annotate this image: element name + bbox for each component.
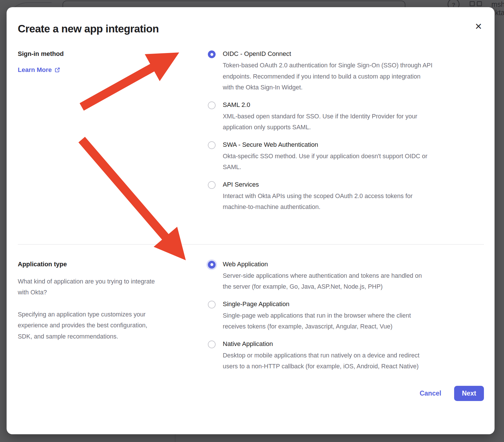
radio-option-description: Desktop or mobile applications that run … — [223, 350, 419, 372]
application-type-intro: What kind of application are you trying … — [18, 276, 178, 298]
radio-option-label: API Services — [223, 180, 413, 189]
section-divider — [18, 244, 484, 245]
external-link-icon — [54, 67, 60, 73]
learn-more-link[interactable]: Learn More — [18, 66, 60, 74]
radio-option-description: Interact with Okta APIs using the scoped… — [223, 191, 413, 213]
dialog-footer: Cancel Next — [18, 386, 484, 401]
radio-option-api-services[interactable]: API Services Interact with Okta APIs usi… — [208, 180, 484, 213]
signin-method-section: Sign-in method Learn More OIDC - OpenID … — [18, 50, 484, 213]
background-divider — [175, 434, 175, 442]
radio-option-swa[interactable]: SWA - Secure Web Authentication Okta-spe… — [208, 140, 484, 173]
radio-option-single-page-application[interactable]: Single-Page Application Single-page web … — [208, 300, 484, 332]
radio-option-label: SWA - Secure Web Authentication — [223, 140, 427, 149]
radio-option-description: Okta-specific SSO method. Use if your ap… — [223, 151, 427, 173]
application-type-heading: Application type — [18, 260, 178, 269]
radio-unselected-icon[interactable] — [208, 341, 216, 348]
radio-option-saml[interactable]: SAML 2.0 XML-based open standard for SSO… — [208, 101, 484, 133]
radio-selected-icon[interactable] — [208, 261, 216, 269]
radio-option-description: Single-page web applications that run in… — [223, 310, 411, 332]
radio-option-native-application[interactable]: Native Application Desktop or mobile app… — [208, 340, 484, 372]
radio-option-label: SAML 2.0 — [223, 101, 417, 109]
background-username-text: kta — [495, 9, 504, 17]
background-username-text: msh — [491, 0, 504, 9]
create-app-integration-dialog: ✕ Create a new app integration Sign-in m… — [7, 7, 495, 434]
radio-option-description: Server-side applications where authentic… — [223, 270, 422, 292]
radio-unselected-icon[interactable] — [208, 101, 216, 109]
signin-method-heading: Sign-in method — [18, 50, 178, 58]
radio-unselected-icon[interactable] — [208, 141, 216, 149]
next-button[interactable]: Next — [454, 386, 484, 401]
cancel-button[interactable]: Cancel — [420, 390, 441, 397]
application-type-section: Application type What kind of applicatio… — [18, 260, 484, 372]
radio-unselected-icon[interactable] — [208, 181, 216, 189]
radio-option-description: Token-based OAuth 2.0 authentication for… — [223, 60, 432, 93]
learn-more-label: Learn More — [18, 66, 52, 74]
radio-option-label: Native Application — [223, 340, 419, 348]
radio-option-label: Single-Page Application — [223, 300, 411, 308]
radio-option-web-application[interactable]: Web Application Server-side applications… — [208, 260, 484, 292]
radio-option-description: XML-based open standard for SSO. Use if … — [223, 111, 417, 133]
radio-selected-icon[interactable] — [208, 50, 216, 58]
apps-grid-icon — [470, 1, 475, 6]
apps-grid-icon — [477, 1, 482, 6]
radio-option-label: Web Application — [223, 260, 422, 269]
radio-option-oidc[interactable]: OIDC - OpenID Connect Token-based OAuth … — [208, 50, 484, 93]
close-icon[interactable]: ✕ — [472, 20, 485, 33]
radio-option-label: OIDC - OpenID Connect — [223, 50, 432, 58]
application-type-intro: Specifying an application type customize… — [18, 309, 178, 342]
dialog-title: Create a new app integration — [18, 23, 484, 35]
radio-unselected-icon[interactable] — [208, 301, 216, 308]
